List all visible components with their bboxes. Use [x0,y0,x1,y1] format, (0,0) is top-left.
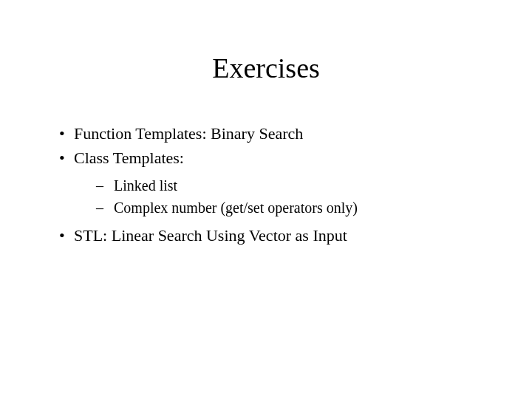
slide-title: Exercises [44,52,488,84]
main-bullet-list: Function Templates: Binary Search Class … [44,121,488,248]
bullet-text: Function Templates: Binary Search [74,124,303,143]
bullet-item: STL: Linear Search Using Vector as Input [59,223,488,248]
sub-bullet-text: Complex number (get/set operators only) [114,200,358,216]
sub-bullet-item: Linked list [96,174,488,197]
bullet-text: Class Templates: [74,149,184,167]
bullet-text: STL: Linear Search Using Vector as Input [74,226,347,245]
sub-bullet-list: Linked list Complex number (get/set oper… [74,174,488,219]
sub-bullet-text: Linked list [114,177,177,194]
sub-bullet-item: Complex number (get/set operators only) [96,197,488,219]
bullet-item: Class Templates: Linked list Complex num… [59,146,488,219]
bullet-item: Function Templates: Binary Search [59,121,488,146]
